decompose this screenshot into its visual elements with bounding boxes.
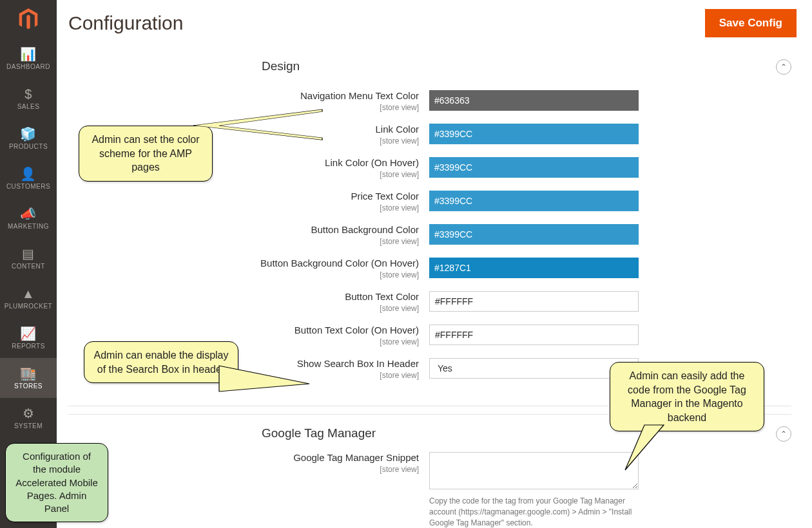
sidebar-item-label: PRODUCTS	[9, 143, 48, 150]
field-label: Button Text Color	[345, 291, 419, 302]
plumrocket-icon: ▲	[22, 287, 35, 300]
sidebar-item-customers[interactable]: 👤CUSTOMERS	[0, 158, 57, 198]
page-header: Configuration Save Config	[57, 0, 812, 55]
gtm-note: Copy the code for the tag from your Goog…	[429, 496, 639, 528]
field-label: Google Tag Manager Snippet	[293, 452, 419, 463]
link-color-hover-input[interactable]	[429, 157, 639, 178]
sidebar-item-content[interactable]: ▤CONTENT	[0, 238, 57, 278]
section-title-gtm: Google Tag Manager	[262, 426, 376, 440]
field-label: Button Text Color (On Hover)	[295, 325, 419, 335]
sidebar-item-label: CONTENT	[12, 263, 45, 270]
gtm-snippet-textarea[interactable]	[429, 452, 639, 489]
callout-module: Configuration of the module Accelerated …	[5, 443, 108, 522]
sidebar-item-sales[interactable]: $SALES	[0, 79, 57, 118]
sidebar-item-marketing[interactable]: 📣MARKETING	[0, 198, 57, 238]
save-config-button[interactable]: Save Config	[705, 9, 797, 37]
collapse-icon[interactable]: ⌃	[776, 426, 791, 442]
section-title-design: Design	[262, 59, 300, 73]
field-label: Link Color	[375, 124, 419, 135]
field-button-bg-color: Button Background Color[store view]	[68, 224, 791, 246]
button-bg-color-input[interactable]	[429, 224, 639, 245]
field-label: Link Color (On Hover)	[325, 157, 419, 168]
field-label: Price Text Color	[351, 191, 419, 202]
customers-icon: 👤	[20, 167, 37, 180]
callout-colors: Admin can set the color scheme for the A…	[79, 126, 213, 182]
field-price-text-color: Price Text Color[store view]	[68, 191, 791, 212]
show-search-select[interactable]: Yes	[429, 358, 639, 379]
field-button-bg-color-hover: Button Background Color (On Hover)[store…	[68, 258, 791, 279]
system-icon: ⚙	[23, 407, 35, 420]
field-gtm-snippet: Google Tag Manager Snippet[store view] C…	[68, 452, 791, 528]
button-text-color-hover-input[interactable]	[429, 325, 639, 345]
sidebar-item-label: REPORTS	[12, 343, 45, 350]
callout-gtm: Admin can easily add the code from the G…	[610, 362, 764, 431]
sidebar-item-label: STORES	[14, 382, 43, 390]
field-button-text-color: Button Text Color[store view]	[68, 291, 791, 313]
sidebar-item-label: PLUMROCKET	[5, 303, 52, 310]
field-label: Button Background Color (On Hover)	[260, 258, 419, 269]
sidebar-item-reports[interactable]: 📈REPORTS	[0, 318, 57, 358]
sidebar-item-label: SYSTEM	[14, 422, 43, 429]
dashboard-icon: 📊	[20, 48, 37, 61]
content-icon: ▤	[22, 247, 35, 260]
field-label: Button Background Color	[311, 224, 419, 235]
collapse-icon[interactable]: ⌃	[776, 59, 791, 75]
scope-label: [store view]	[68, 270, 419, 279]
magento-logo	[0, 0, 57, 39]
scope-label: [store view]	[68, 203, 419, 212]
reports-icon: 📈	[20, 327, 37, 340]
page-title: Configuration	[68, 12, 183, 34]
link-color-input[interactable]	[429, 124, 639, 144]
marketing-icon: 📣	[20, 207, 37, 220]
scope-label: [store view]	[68, 465, 419, 474]
button-text-color-input[interactable]	[429, 291, 639, 312]
main-content: Configuration Save Config Design ⌃ Navig…	[57, 0, 812, 528]
sidebar-item-products[interactable]: 🧊PRODUCTS	[0, 118, 57, 158]
sidebar-item-dashboard[interactable]: 📊DASHBOARD	[0, 39, 57, 79]
price-text-color-input[interactable]	[429, 191, 639, 211]
scope-label: [store view]	[68, 103, 419, 112]
sidebar-item-label: MARKETING	[8, 223, 49, 230]
sidebar-item-stores[interactable]: 🏬STORES	[0, 358, 57, 398]
sidebar-item-label: SALES	[17, 103, 40, 110]
sidebar-item-label: CUSTOMERS	[6, 183, 50, 190]
scope-label: [store view]	[68, 237, 419, 246]
field-label: Show Search Box In Header	[297, 358, 419, 369]
stores-icon: 🏬	[20, 367, 37, 380]
sales-icon: $	[24, 88, 32, 100]
nav-menu-text-color-input[interactable]	[429, 90, 639, 111]
callout-search: Admin can enable the display of the Sear…	[84, 341, 238, 383]
field-nav-menu-text-color: Navigation Menu Text Color[store view]	[68, 90, 791, 112]
sidebar-item-system[interactable]: ⚙SYSTEM	[0, 398, 57, 438]
scope-label: [store view]	[68, 304, 419, 313]
field-label: Navigation Menu Text Color	[300, 90, 419, 101]
sidebar-item-label: DASHBOARD	[6, 63, 50, 70]
button-bg-color-hover-input[interactable]	[429, 258, 639, 278]
products-icon: 🧊	[20, 127, 37, 140]
sidebar-item-plumrocket[interactable]: ▲PLUMROCKET	[0, 278, 57, 318]
